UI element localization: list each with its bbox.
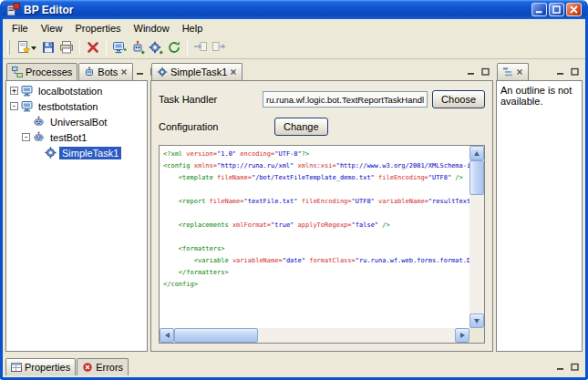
maximize-button[interactable] — [549, 3, 564, 16]
vertical-scroll-thumb[interactable] — [469, 160, 484, 195]
outline-icon — [502, 67, 513, 77]
toolbar-separator — [187, 39, 188, 56]
xml-line: </config> — [163, 279, 469, 291]
refresh-button[interactable] — [165, 38, 183, 57]
new-wizard-icon — [16, 40, 31, 55]
tree-item-UniversalBot[interactable]: UniversalBot — [6, 114, 147, 129]
new-bot-button[interactable] — [129, 38, 147, 57]
tab-errors[interactable]: Errors — [77, 358, 129, 375]
new-bot-task-icon — [149, 40, 163, 55]
save-button[interactable] — [39, 38, 57, 57]
tree-item-localbotstation[interactable]: +localbotstation — [6, 83, 147, 98]
tree-item-label: UniversalBot — [47, 116, 109, 128]
close-tab-icon[interactable] — [230, 68, 237, 76]
maximize-view-icon[interactable] — [569, 67, 581, 77]
change-button[interactable]: Change — [274, 118, 328, 136]
export-button[interactable] — [210, 38, 228, 57]
tab-errors-label: Errors — [96, 362, 123, 373]
tree-expander-icon[interactable]: - — [22, 133, 30, 141]
tree-expander-spacer — [34, 149, 42, 157]
tree-item-testBot1[interactable]: -testBot1 — [6, 129, 147, 145]
xml-line: <?xml version="1.0" encoding="UTF-8"?> — [163, 149, 469, 160]
xml-line: <report fileName="textFile.txt" fileEnco… — [163, 196, 469, 208]
import-icon — [193, 40, 208, 55]
menu-file[interactable]: File — [5, 21, 35, 36]
menu-help[interactable]: Help — [176, 21, 210, 36]
editor-tabbar: SimpleTask1 — [150, 62, 493, 80]
task-handler-label: Task Handler — [159, 94, 263, 105]
horizontal-scrollbar[interactable] — [160, 328, 469, 343]
minimize-editor-icon[interactable] — [465, 67, 477, 77]
xml-code[interactable]: <?xml version="1.0" encoding="UTF-8"?><c… — [160, 146, 469, 328]
minimize-view-icon[interactable] — [554, 67, 566, 77]
tab-properties[interactable]: Properties — [5, 358, 76, 375]
close-button[interactable] — [566, 3, 582, 16]
new-botstation-button[interactable] — [110, 38, 129, 57]
choose-button[interactable]: Choose — [432, 90, 485, 108]
minimize-view-icon[interactable] — [134, 67, 146, 77]
bots-tree[interactable]: +localbotstation-testbotstationUniversal… — [6, 81, 147, 162]
botstation-icon — [21, 85, 33, 98]
bot-icon — [33, 131, 45, 143]
new-bot-icon — [130, 40, 145, 55]
menu-view[interactable]: View — [35, 21, 69, 36]
bottom-panel: Properties Errors — [3, 354, 585, 377]
xml-line: <replacements xmlFormat="true" applyToRe… — [163, 220, 469, 231]
app-window: BP Editor File View Properties Window He… — [0, 0, 588, 380]
vertical-scrollbar[interactable] — [469, 146, 484, 328]
processes-icon — [12, 67, 23, 77]
app-icon — [6, 3, 20, 16]
minimize-button[interactable] — [531, 3, 547, 16]
scroll-down-button[interactable] — [469, 313, 484, 328]
outline-tabbar — [496, 62, 583, 80]
tree-expander-icon[interactable]: - — [10, 102, 18, 110]
task-handler-input[interactable] — [263, 91, 428, 108]
tab-simpletask1-label: SimpleTask1 — [170, 67, 227, 77]
new-wizard-button[interactable] — [15, 38, 39, 57]
new-bot-task-button[interactable] — [147, 38, 165, 57]
refresh-icon — [167, 40, 181, 55]
xml-line: <config xmlns="http://runa.ru/xml" xmlns… — [163, 160, 469, 172]
bots-icon — [84, 67, 95, 77]
scroll-left-button[interactable] — [160, 328, 174, 343]
workbench-area: Processes Bots +localbotstation-testbots… — [3, 59, 585, 354]
window-title: BP Editor — [24, 4, 73, 16]
xml-editor[interactable]: <?xml version="1.0" encoding="UTF-8"?><c… — [159, 145, 485, 344]
maximize-view-icon[interactable] — [569, 362, 581, 372]
title-bar[interactable]: BP Editor — [3, 0, 585, 19]
menu-properties[interactable]: Properties — [68, 21, 127, 36]
task-editor-body: Task Handler Choose Configuration Change… — [150, 80, 493, 352]
toolbar-separator — [79, 39, 80, 56]
delete-button[interactable] — [84, 38, 102, 57]
tree-item-SimpleTask1[interactable]: SimpleTask1 — [6, 145, 147, 160]
tab-outline[interactable] — [497, 63, 529, 80]
delete-icon — [86, 40, 100, 55]
maximize-editor-icon[interactable] — [480, 67, 491, 77]
save-icon — [41, 40, 56, 55]
tree-expander-icon[interactable]: + — [10, 87, 18, 95]
main-toolbar — [3, 36, 585, 59]
new-botstation-icon — [112, 40, 127, 55]
tree-item-label: localbotstation — [36, 85, 105, 98]
toolbar-grip[interactable] — [7, 40, 10, 55]
scroll-up-button[interactable] — [469, 146, 484, 160]
print-button[interactable] — [57, 38, 76, 57]
new-wizard-dropdown-icon[interactable] — [31, 46, 36, 53]
menu-window[interactable]: Window — [128, 21, 176, 36]
tree-item-label: testbotstation — [36, 100, 100, 113]
tree-item-testbotstation[interactable]: -testbotstation — [6, 98, 147, 114]
close-tab-icon[interactable] — [120, 68, 128, 76]
import-button[interactable] — [191, 38, 210, 57]
scrollbar-corner — [469, 328, 484, 343]
xml-line — [163, 231, 469, 243]
tab-properties-label: Properties — [25, 362, 70, 373]
restore-view-icon[interactable] — [554, 362, 566, 372]
outline-panel: An outline is not available. — [496, 62, 583, 352]
scroll-right-button[interactable] — [455, 328, 469, 343]
outline-message: An outline is not available. — [497, 81, 582, 351]
tab-processes[interactable]: Processes — [6, 63, 77, 80]
tab-bots[interactable]: Bots — [78, 63, 133, 80]
horizontal-scroll-thumb[interactable] — [174, 328, 258, 343]
close-tab-icon[interactable] — [516, 68, 523, 76]
tab-simpletask1[interactable]: SimpleTask1 — [151, 63, 242, 80]
